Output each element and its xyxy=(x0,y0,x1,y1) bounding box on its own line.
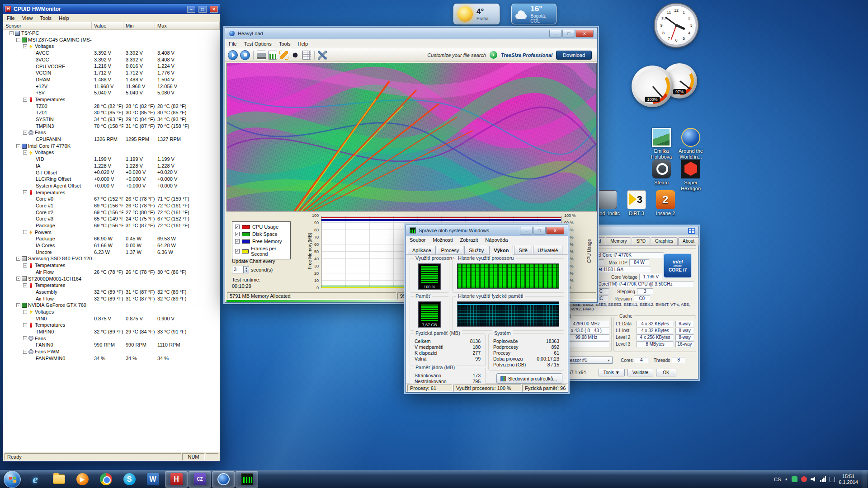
column-header-min[interactable]: Min xyxy=(123,22,155,29)
checkbox-icon[interactable]: ✓ xyxy=(235,249,240,253)
tray-overflow-chevron-icon[interactable]: ▲ xyxy=(784,477,788,481)
collapse-toggle[interactable]: - xyxy=(23,323,27,327)
stop-test-button[interactable] xyxy=(240,50,250,60)
sensor-row[interactable]: LLC/Ring Offset+0.000 V+0.000 V+0.000 V xyxy=(3,176,220,183)
collapse-toggle[interactable]: - xyxy=(16,277,20,281)
ok-button[interactable]: OK xyxy=(656,369,676,376)
sensor-row[interactable]: Assembly32 °C (89 °F)31 °C (87 °F)32 °C … xyxy=(3,289,220,296)
collapse-toggle[interactable]: - xyxy=(23,310,27,314)
sensor-row[interactable]: Air Flow32 °C (89 °F)31 °C (87 °F)32 °C … xyxy=(3,296,220,302)
sensor-row[interactable]: -Temperatures xyxy=(3,282,220,289)
sensor-row[interactable]: Core #169 °C (156 °F)26 °C (78 °F)72 °C … xyxy=(3,202,220,209)
sensor-row[interactable]: GT Offset+0.020 V+0.020 V+0.020 V xyxy=(3,169,220,176)
desktop-icon-dirt-3[interactable]: DiRT 3 xyxy=(623,190,651,216)
tab-u-ivatel[interactable]: Uživatelé xyxy=(533,246,562,254)
sensor-row[interactable]: -Fans xyxy=(3,335,220,342)
validate-button[interactable]: Validate xyxy=(627,369,653,376)
sensor-row[interactable]: -Powers xyxy=(3,229,220,236)
desktop-icon-super-hexagon[interactable]: Super Hexagon xyxy=(677,160,705,192)
sensor-row[interactable]: Core #269 °C (156 °F)27 °C (80 °F)72 °C … xyxy=(3,209,220,216)
taskbar-button-ie[interactable]: e xyxy=(24,471,47,488)
taskmgr-menu-soubor[interactable]: Soubor xyxy=(406,236,429,244)
sensor-row[interactable]: -TSY-PC xyxy=(3,30,220,37)
sensor-row[interactable]: TZ0028 °C (82 °F)28 °C (82 °F)28 °C (82 … xyxy=(3,103,220,110)
network-icon[interactable] xyxy=(820,476,826,482)
taskmgr-menu-n-pov-da[interactable]: Nápověda xyxy=(481,236,511,244)
collapse-toggle[interactable]: - xyxy=(23,263,27,267)
minimize-button[interactable]: – xyxy=(549,30,562,38)
collapse-toggle[interactable]: - xyxy=(23,190,27,194)
sensor-row[interactable]: CPUFANIN1326 RPM1295 RPM1327 RPM xyxy=(3,136,220,143)
tray-clock[interactable]: 15:51 6.1.2014 xyxy=(839,474,858,485)
hwmonitor-titlebar[interactable]: H CPUID HWMonitor – □ × xyxy=(3,4,220,14)
sensor-row[interactable]: -Samsung SSD 840 EVO 120GB xyxy=(3,255,220,262)
resource-monitor-button[interactable]: Sledování prostředků... xyxy=(496,373,562,384)
language-indicator[interactable]: CS xyxy=(774,477,781,482)
collapse-toggle[interactable]: - xyxy=(9,31,14,35)
sensor-row[interactable]: +12V11.968 V11.968 V12.056 V xyxy=(3,83,220,90)
sensor-row[interactable]: VID1.199 V1.199 V1.199 V xyxy=(3,156,220,163)
maximize-button[interactable]: □ xyxy=(533,227,546,235)
sensor-row[interactable]: -Voltages xyxy=(3,309,220,315)
tools-button[interactable]: Tools ▼ xyxy=(599,369,625,376)
maximize-button[interactable]: □ xyxy=(562,30,575,38)
heavyload-menu-help[interactable]: Help xyxy=(294,40,312,48)
tab-s-t[interactable]: Sítě xyxy=(514,246,532,254)
download-button[interactable]: Download xyxy=(556,51,592,60)
taskbar-button-chrome[interactable] xyxy=(94,471,117,488)
weather-gadget-bogota[interactable]: 16° Bogotá, COL xyxy=(511,4,557,24)
taskmgr-menu-mo-nosti[interactable]: Možnosti xyxy=(429,236,456,244)
sensor-tree[interactable]: -TSY-PC-MSI Z87-G45 GAMING (MS-7...-Volt… xyxy=(3,30,220,452)
sensor-row[interactable]: SYSTIN34 °C (93 °F)29 °C (84 °F)34 °C (9… xyxy=(3,116,220,123)
checkbox-icon[interactable]: ✓ xyxy=(235,232,240,236)
taskmgr-menu-zobrazit[interactable]: Zobrazit xyxy=(457,236,482,244)
checkbox-icon[interactable]: ✓ xyxy=(235,239,240,244)
sensor-row[interactable]: Uncore6.23 W1.37 W6.36 W xyxy=(3,249,220,256)
cpuz-tab-about[interactable]: About xyxy=(678,237,699,245)
sensor-row[interactable]: -Temperatures xyxy=(3,189,220,196)
cpuz-tab-graphics[interactable]: Graphics xyxy=(651,237,678,245)
settings-icon[interactable] xyxy=(318,51,327,60)
record-icon[interactable] xyxy=(291,51,300,60)
close-button[interactable]: × xyxy=(210,6,218,13)
treesize-brand-link[interactable]: TreeSize Professional xyxy=(501,52,552,58)
edit-icon[interactable] xyxy=(279,51,288,60)
sensor-row[interactable]: -Intel Core i7 4770K xyxy=(3,143,220,150)
sensor-row[interactable]: -Temperatures xyxy=(3,96,220,103)
sensor-row[interactable]: Core #365 °C (149 °F)24 °C (75 °F)67 °C … xyxy=(3,216,220,222)
cpuz-tab-spd[interactable]: SPD xyxy=(632,237,650,245)
chart-icon[interactable] xyxy=(268,51,277,60)
taskbar-button-wmp[interactable]: ▶ xyxy=(71,471,94,488)
minimize-button[interactable]: – xyxy=(520,227,533,235)
sensor-row[interactable]: DRAM1.488 V1.488 V1.504 V xyxy=(3,76,220,83)
collapse-toggle[interactable]: - xyxy=(23,283,27,287)
taskbar-button-libraries[interactable] xyxy=(47,471,70,488)
sensor-row[interactable]: System Agent Offset+0.000 V+0.000 V+0.00… xyxy=(3,183,220,189)
column-header-sensor[interactable]: Sensor xyxy=(3,22,92,29)
hwmonitor-menu-tools[interactable]: Tools xyxy=(36,14,55,22)
heavyload-menu-tools[interactable]: Tools xyxy=(275,40,294,48)
checkbox-icon[interactable]: ✓ xyxy=(235,225,240,229)
tab-v-kon[interactable]: Výkon xyxy=(489,246,513,255)
spinner-buttons[interactable]: ▲▼ xyxy=(244,266,249,273)
sensor-row[interactable]: Package69 °C (156 °F)31 °C (87 °F)72 °C … xyxy=(3,222,220,229)
sensor-row[interactable]: TMPIN370 °C (158 °F)31 °C (87 °F)70 °C (… xyxy=(3,123,220,130)
collapse-toggle[interactable]: - xyxy=(23,350,27,354)
sensor-row[interactable]: TZ0130 °C (85 °F)30 °C (85 °F)30 °C (85 … xyxy=(3,109,220,116)
sensor-row[interactable]: -Temperatures xyxy=(3,262,220,269)
sensor-row[interactable]: -Voltages xyxy=(3,149,220,156)
sensor-row[interactable]: -Voltages xyxy=(3,43,220,50)
sensor-row[interactable]: TMPIN032 °C (89 °F)29 °C (84 °F)33 °C (9… xyxy=(3,328,220,335)
collapse-toggle[interactable]: - xyxy=(16,257,20,261)
heavyload-menu-file[interactable]: File xyxy=(225,40,241,48)
sensor-row[interactable]: +5V5.040 V5.040 V5.080 V xyxy=(3,89,220,96)
tab-slu-by[interactable]: Služby xyxy=(464,246,488,254)
minimize-button[interactable]: – xyxy=(187,6,195,13)
sensor-row[interactable]: IA1.228 V1.228 V1.228 V xyxy=(3,163,220,169)
tray-app-icon-green[interactable] xyxy=(792,476,797,482)
sensor-row[interactable]: Air Flow26 °C (78 °F)26 °C (78 °F)30 °C … xyxy=(3,269,220,276)
collapse-toggle[interactable]: - xyxy=(23,131,27,135)
grid-view-icon[interactable] xyxy=(302,51,311,60)
action-center-flag-icon[interactable] xyxy=(830,477,835,482)
sensor-row[interactable]: VCCIN1.712 V1.712 V1.776 V xyxy=(3,70,220,76)
